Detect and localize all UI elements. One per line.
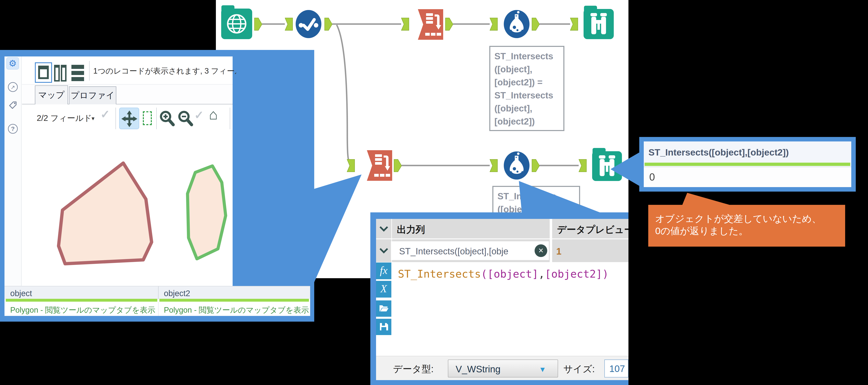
browse-tool-node[interactable] xyxy=(583,8,614,39)
formula-field-row: ST_Intersects([object],[obje × 1 xyxy=(376,239,628,262)
select-tool-node[interactable] xyxy=(296,10,321,38)
apply-check-icon: ✓ xyxy=(100,108,110,121)
formula-tool-node-2[interactable] xyxy=(503,151,530,180)
panel-side-strip: ⚙ ↗ ? xyxy=(4,57,22,286)
table-value-row: Polygon - 閲覧ツールのマップタブを表示 Polygon - 閲覧ツール… xyxy=(4,302,310,316)
pan-arrows-icon xyxy=(120,108,139,129)
close-icon[interactable]: × xyxy=(535,244,547,257)
formula-editor[interactable]: fx X ST_Intersects([object], xyxy=(376,262,628,362)
column-header-object: object xyxy=(10,289,32,298)
layout-three-row-button[interactable] xyxy=(71,65,84,81)
formula-function-token: ST_Intersects xyxy=(398,268,481,280)
zoom-out-button[interactable] xyxy=(176,109,193,127)
output-anchor xyxy=(254,18,262,31)
tag-icon[interactable] xyxy=(8,100,18,110)
spatial-field-bar xyxy=(6,299,157,302)
map-toolbar: 2/2 フィールド ▼ ✓ xyxy=(22,104,232,134)
output-field-value: ST_Intersects([object],[obje xyxy=(399,246,534,256)
annotation-box-equal: ST_Intersects ([object], [object2]) = ST… xyxy=(489,46,564,131)
browse-tabs: マップ プロファイル xyxy=(22,84,232,104)
formula-header-row: 出力列 データプレビュー xyxy=(376,219,628,239)
select-rectangle-button[interactable] xyxy=(141,108,154,129)
input-anchor xyxy=(579,159,587,172)
share-arrow-icon[interactable]: ↗ xyxy=(8,82,18,92)
size-input[interactable]: 107 xyxy=(604,359,628,378)
cell-object: Polygon - 閲覧ツールのマップタブを表示 xyxy=(10,305,155,315)
output-anchor xyxy=(445,18,454,31)
size-value: 107 xyxy=(609,363,625,374)
tab-profile[interactable]: プロファイル xyxy=(69,86,116,104)
input-data-tool-node[interactable] xyxy=(221,8,253,39)
spatial-field-bar xyxy=(645,163,850,166)
cell-object2: Polygon - 閲覧ツールのマップタブを表示 xyxy=(164,305,309,315)
saved-expressions-button[interactable] xyxy=(376,301,391,317)
transpose-tool-node[interactable] xyxy=(414,9,443,40)
output-anchor xyxy=(532,18,540,31)
pan-tool-button[interactable] xyxy=(119,108,139,129)
table-header-row: object object2 xyxy=(4,286,310,299)
polygon-object2-green xyxy=(187,166,226,259)
zoom-selection-check-icon-disabled: ✓ xyxy=(194,108,204,122)
question-icon[interactable]: ? xyxy=(8,124,18,134)
transpose-tool-node-2[interactable] xyxy=(364,150,392,181)
formula-tool-node[interactable] xyxy=(503,10,530,38)
input-anchor xyxy=(285,18,293,31)
variables-button[interactable]: X xyxy=(376,281,391,298)
polygon-object-red xyxy=(59,163,152,264)
field-selector-dropdown[interactable]: 2/2 フィールド xyxy=(37,112,92,124)
input-anchor xyxy=(490,159,498,172)
output-field-input[interactable]: ST_Intersects([object],[obje × xyxy=(391,241,549,260)
output-anchor xyxy=(394,159,402,172)
map-polygons xyxy=(22,134,233,286)
record-status-text: 1つのレコードが表示されます, 3 フィールド, 2 xyxy=(93,66,236,76)
variable-x-icon: X xyxy=(380,283,387,294)
tab-map[interactable]: マップ xyxy=(35,85,68,104)
result-cell-panel: ST_Intersects([object],[object2]) 0 xyxy=(639,137,856,191)
save-disk-icon xyxy=(379,322,389,331)
result-column-header: ST_Intersects([object],[object2]) xyxy=(648,147,789,158)
collapse-chevron-cell[interactable] xyxy=(376,219,392,239)
column-header-object2: object2 xyxy=(164,289,190,298)
formula-config-panel: 出力列 データプレビュー ST_Intersects([object],[obj… xyxy=(370,212,628,385)
formula-comma-token: , xyxy=(538,268,545,280)
formula-footer: データ型: V_WString ▼ サイズ: 107 xyxy=(376,356,628,380)
zoom-in-button[interactable] xyxy=(158,109,175,127)
size-label: サイズ: xyxy=(563,363,595,376)
record-table: object object2 Polygon - 閲覧ツールのマップタブを表示 … xyxy=(4,286,310,316)
map-view[interactable] xyxy=(22,134,232,286)
datatype-dropdown[interactable]: V_WString ▼ xyxy=(448,359,558,378)
folder-icon xyxy=(378,304,389,313)
browse-tool-node-2[interactable] xyxy=(592,151,622,181)
formula-arg2-token: [object2]) xyxy=(545,268,609,280)
save-expression-button[interactable] xyxy=(376,319,391,335)
layout-single-pane-button[interactable] xyxy=(35,62,52,83)
gear-icon[interactable]: ⚙ xyxy=(6,57,19,70)
formula-expression[interactable]: ST_Intersects([object],[object2]) xyxy=(398,268,609,280)
screenshot-root: ST_Intersects ([object], [object2]) = ST… xyxy=(0,0,868,385)
input-anchor xyxy=(401,18,409,31)
explanation-callout: オブジェクトが交差していないため、 0の値が返りました。 xyxy=(648,205,845,247)
result-value: 0 xyxy=(649,171,655,183)
chevron-down-icon xyxy=(379,247,388,253)
input-anchor xyxy=(347,159,355,172)
chevron-down-icon[interactable]: ▼ xyxy=(91,116,95,121)
callout-line1: オブジェクトが交差していないため、 xyxy=(655,213,838,225)
formula-arg1-token: ([object] xyxy=(481,268,538,280)
browse-toolbar: 1つのレコードが表示されます, 3 フィールド, 2 xyxy=(22,57,232,84)
dashed-selection-icon xyxy=(143,111,152,125)
input-anchor xyxy=(570,18,578,31)
chevron-down-icon xyxy=(379,225,388,232)
zoom-in-icon xyxy=(158,109,175,127)
callout-line2: 0の値が返りました。 xyxy=(655,225,838,237)
home-extent-icon[interactable]: ⌂ xyxy=(209,106,218,123)
datatype-value: V_WString xyxy=(456,363,500,375)
fx-functions-button[interactable]: fx xyxy=(376,262,391,279)
layout-two-column-button[interactable] xyxy=(54,65,67,81)
spatial-field-bar xyxy=(159,299,309,302)
zoom-out-icon xyxy=(176,109,193,127)
collapse-chevron-cell[interactable] xyxy=(376,239,392,262)
result-header-row: ST_Intersects([object],[object2]) xyxy=(644,141,851,163)
output-column-header: 出力列 xyxy=(397,223,425,236)
fx-icon: fx xyxy=(380,265,388,276)
dropdown-caret-icon: ▼ xyxy=(539,365,546,374)
